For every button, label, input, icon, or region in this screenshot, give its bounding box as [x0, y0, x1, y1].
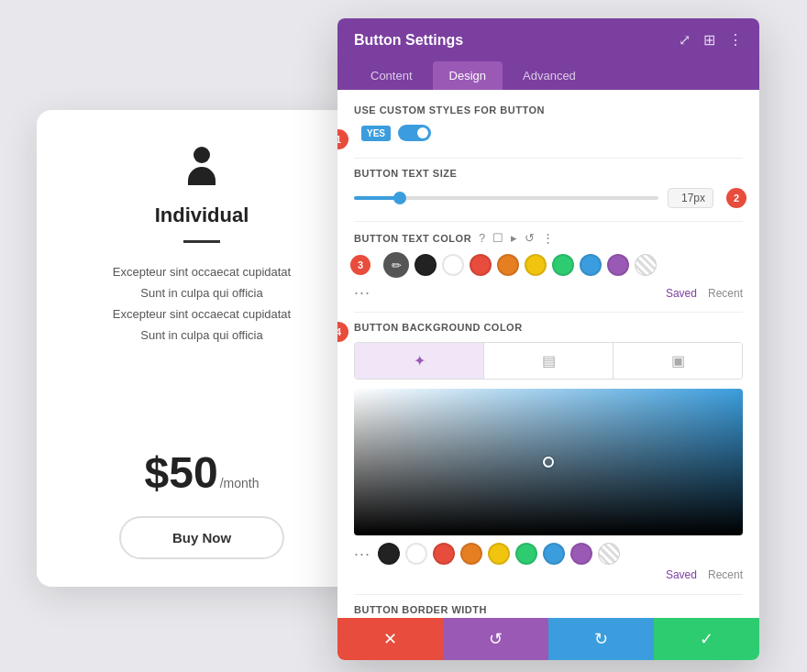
- step-badge-2: 2: [726, 188, 746, 208]
- feature-1: Excepteur sint occaecat cupidatat: [113, 265, 291, 279]
- card-divider: [183, 240, 220, 243]
- color-picker-area[interactable]: [354, 389, 743, 535]
- settings-panel: Button Settings ⤢ ⊞ ⋮ Content Design Adv…: [337, 18, 759, 660]
- panel-footer: ✕ ↺ ↻ ✓: [337, 618, 759, 660]
- gradient-icon: ▤: [542, 352, 556, 369]
- panel-header: Button Settings ⤢ ⊞ ⋮: [337, 18, 759, 61]
- bg-swatch-orange[interactable]: [460, 543, 482, 565]
- bg-tab-gradient[interactable]: ▤: [484, 343, 614, 379]
- bg-color-swatches-row: ···: [354, 543, 743, 565]
- color-swatch-orange[interactable]: [497, 254, 519, 276]
- reset-button[interactable]: ↺: [443, 618, 548, 660]
- bg-swatch-yellow[interactable]: [488, 543, 510, 565]
- color-swatch-red[interactable]: [470, 254, 492, 276]
- bg-swatch-purple[interactable]: [570, 543, 592, 565]
- text-size-slider-row: 17px 2: [354, 188, 743, 208]
- tab-design[interactable]: Design: [433, 61, 503, 90]
- device-icon[interactable]: ☐: [492, 231, 503, 245]
- more-options-icon[interactable]: ⋮: [728, 31, 743, 49]
- color-swatch-blue[interactable]: [580, 254, 602, 276]
- toggle-row: 1 YES: [354, 125, 743, 141]
- bg-color-label: Button Background Color: [354, 322, 743, 333]
- more-icon[interactable]: ⋮: [542, 231, 554, 245]
- bg-tab-image[interactable]: ▣: [614, 343, 742, 379]
- grid-icon[interactable]: ⊞: [703, 31, 715, 49]
- eyedropper-button[interactable]: ✏: [383, 252, 409, 278]
- border-width-label: Button Border Width: [354, 604, 743, 615]
- text-size-slider-track[interactable]: [354, 196, 658, 200]
- feature-3: Excepteur sint occaecat cupidatat: [113, 307, 291, 321]
- step-badge-1: 1: [337, 129, 348, 149]
- bg-saved-tab[interactable]: Saved: [666, 568, 697, 581]
- card-features: Excepteur sint occaecat cupidatat Sunt i…: [113, 265, 291, 349]
- color-swatch-green[interactable]: [552, 254, 574, 276]
- color-picker-handle[interactable]: [543, 457, 554, 468]
- help-icon[interactable]: ?: [479, 231, 485, 245]
- price-period: /month: [220, 476, 260, 490]
- text-color-label: Button Text Color: [354, 233, 471, 244]
- color-swatch-white[interactable]: [442, 254, 464, 276]
- custom-styles-label: Use Custom Styles For Button: [354, 105, 743, 116]
- step-badge-3: 3: [350, 255, 370, 275]
- custom-styles-section: Use Custom Styles For Button 1 YES: [354, 105, 743, 141]
- feature-2: Sunt in culpa qui officia: [113, 286, 291, 300]
- custom-styles-toggle[interactable]: [398, 125, 431, 141]
- saved-tab[interactable]: Saved: [666, 287, 697, 300]
- confirm-button[interactable]: ✓: [654, 618, 759, 660]
- sep-4: [354, 594, 743, 595]
- text-size-label: Button Text Size: [354, 168, 743, 179]
- bg-swatch-black[interactable]: [378, 543, 400, 565]
- toggle-yes-label: YES: [361, 126, 391, 141]
- cancel-button[interactable]: ✕: [337, 618, 443, 660]
- card-price: $50 /month: [145, 447, 260, 498]
- panel-tabs: Content Design Advanced: [337, 61, 759, 90]
- bg-color-section: Button Background Color ✦ ▤ ▣ 4: [354, 322, 743, 535]
- panel-header-icons: ⤢ ⊞ ⋮: [679, 31, 743, 49]
- more-bg-swatches[interactable]: ···: [354, 545, 370, 564]
- more-swatches-button[interactable]: ···: [354, 283, 370, 303]
- bg-swatch-white[interactable]: [405, 543, 427, 565]
- panel-content: Use Custom Styles For Button 1 YES Butto…: [337, 90, 759, 618]
- card-title: Individual: [155, 204, 249, 227]
- solid-icon: ✦: [414, 352, 426, 369]
- tab-advanced[interactable]: Advanced: [506, 61, 592, 90]
- buy-now-button[interactable]: Buy Now: [119, 516, 284, 559]
- price-amount: $50: [145, 447, 218, 498]
- color-tools-row: Button Text Color ? ☐ ▸ ↺ ⋮: [354, 231, 743, 245]
- color-swatch-black[interactable]: [415, 254, 437, 276]
- sep-3: [354, 312, 743, 313]
- text-size-section: Button Text Size 17px 2: [354, 168, 743, 208]
- color-swatch-transparent[interactable]: [635, 254, 657, 276]
- bg-recent-tab[interactable]: Recent: [708, 568, 743, 581]
- sep-2: [354, 221, 743, 222]
- color-swatch-yellow[interactable]: [525, 254, 547, 276]
- reset-icon[interactable]: ↺: [525, 231, 535, 245]
- bg-color-tabs: ✦ ▤ ▣: [354, 342, 743, 380]
- sep-1: [354, 158, 743, 159]
- text-size-value: 17px: [668, 188, 713, 208]
- bg-swatch-blue[interactable]: [543, 543, 565, 565]
- text-size-slider-thumb[interactable]: [393, 192, 406, 204]
- avatar-head: [193, 147, 210, 163]
- bg-swatch-green[interactable]: [515, 543, 537, 565]
- text-color-section: Button Text Color ? ☐ ▸ ↺ ⋮ 3 ✏: [354, 231, 743, 303]
- color-swatch-purple[interactable]: [607, 254, 629, 276]
- tab-content[interactable]: Content: [354, 61, 429, 90]
- fullscreen-icon[interactable]: ⤢: [679, 31, 691, 49]
- redo-button[interactable]: ↻: [548, 618, 654, 660]
- recent-tab[interactable]: Recent: [708, 287, 743, 300]
- bg-tab-solid[interactable]: ✦: [355, 343, 484, 379]
- border-width-section: Button Border Width 0px 5: [354, 604, 743, 618]
- feature-4: Sunt in culpa qui officia: [113, 328, 291, 342]
- bg-swatch-transparent[interactable]: [598, 543, 620, 565]
- text-color-picker-row: 3 ✏: [354, 252, 743, 278]
- bg-swatch-red[interactable]: [433, 543, 455, 565]
- eyedropper-icon: ✏: [392, 259, 402, 272]
- avatar-body: [188, 167, 216, 185]
- panel-title: Button Settings: [354, 32, 463, 49]
- avatar: [179, 147, 225, 193]
- step-badge-4: 4: [337, 322, 348, 342]
- cursor-icon[interactable]: ▸: [511, 231, 517, 245]
- pricing-card: Individual Excepteur sint occaecat cupid…: [37, 110, 367, 587]
- image-icon: ▣: [671, 352, 685, 369]
